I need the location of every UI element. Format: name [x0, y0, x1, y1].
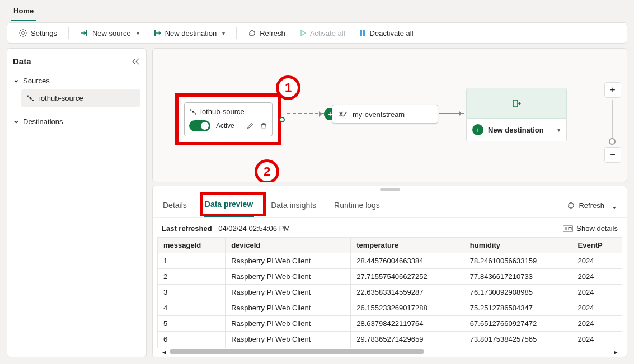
- svg-point-10: [195, 113, 196, 114]
- table-cell: 28.44576004663384: [351, 253, 464, 269]
- scroll-right-icon[interactable]: ▸: [610, 348, 621, 356]
- table-row[interactable]: 5Raspberry Pi Web Client28.6379842211976…: [158, 316, 622, 332]
- deactivate-all-button[interactable]: Deactivate all: [353, 26, 419, 41]
- table-row[interactable]: 1Raspberry Pi Web Client28.4457600466338…: [158, 253, 622, 269]
- tab-data-insights[interactable]: Data insights: [270, 195, 317, 216]
- zoom-control: + −: [604, 82, 621, 163]
- dest-out-icon: [153, 29, 162, 37]
- source-node-name: iothub-source: [200, 107, 245, 116]
- callout-1: 1: [276, 75, 300, 100]
- sidebar-sources-section[interactable]: Sources: [13, 76, 140, 85]
- column-header[interactable]: EventP: [572, 238, 622, 253]
- table-row[interactable]: 2Raspberry Pi Web Client27.7155754066272…: [158, 269, 622, 285]
- svg-rect-1: [86, 30, 87, 36]
- tab-runtime-logs[interactable]: Runtime logs: [333, 195, 381, 216]
- panel-refresh-button[interactable]: Refresh: [567, 201, 604, 210]
- zoom-in-button[interactable]: +: [604, 82, 621, 98]
- scroll-left-icon[interactable]: ◂: [158, 348, 170, 356]
- table-cell: 7: [158, 347, 226, 348]
- table-cell: 76.1730092908985: [464, 285, 572, 300]
- table-cell: Raspberry Pi Web Client: [226, 300, 351, 316]
- last-refreshed-value: 04/02/24 02:54:06 PM: [218, 224, 290, 233]
- table-row[interactable]: 7Raspberry Pi Web Client28.5259450773908…: [158, 347, 622, 348]
- panel-expand-icon[interactable]: ⌄: [611, 201, 618, 210]
- table-header-row: messageIddeviceIdtemperaturehumidityEven…: [158, 238, 622, 253]
- scrollbar-thumb[interactable]: [170, 349, 424, 354]
- deactivate-all-label: Deactivate all: [370, 29, 414, 37]
- table-cell: 26.155233269017288: [351, 300, 464, 316]
- active-toggle-label: Active: [216, 122, 241, 130]
- toolbar: Settings New source New destination Refr…: [7, 22, 627, 44]
- activate-all-label: Activate all: [310, 29, 345, 37]
- trash-icon[interactable]: [260, 122, 267, 130]
- tab-details[interactable]: Details: [162, 195, 188, 216]
- table-cell: 3: [158, 285, 226, 300]
- column-header[interactable]: temperature: [351, 238, 464, 253]
- svg-point-6: [27, 96, 29, 97]
- output-port[interactable]: [279, 117, 285, 122]
- column-header[interactable]: humidity: [464, 238, 572, 253]
- activate-all-button[interactable]: Activate all: [293, 26, 351, 41]
- settings-button[interactable]: Settings: [13, 25, 63, 41]
- table-cell: 27.715575406627252: [351, 269, 464, 285]
- zoom-thumb[interactable]: [609, 138, 616, 145]
- data-preview-table-wrap[interactable]: messageIddeviceIdtemperaturehumidityEven…: [157, 237, 622, 348]
- table-cell: 77.8436617210733: [464, 269, 572, 285]
- table-cell: Raspberry Pi Web Client: [226, 347, 351, 348]
- flow-canvas[interactable]: 1 2 iothub-source Active: [152, 48, 627, 182]
- tab-data-preview[interactable]: Data preview: [204, 194, 254, 217]
- node-destination[interactable]: + New destination ▾: [466, 88, 567, 141]
- table-cell: Raspberry Pi Web Client: [226, 316, 351, 332]
- collapse-icon[interactable]: [132, 58, 140, 65]
- show-details-label: Show details: [576, 224, 618, 233]
- table-cell: Raspberry Pi Web Client: [226, 285, 351, 300]
- table-cell: 1: [158, 253, 226, 269]
- new-destination-dropdown[interactable]: + New destination ▾: [466, 119, 567, 141]
- new-destination-label: New destination: [488, 126, 544, 134]
- stream-node-name: my-eventstream: [353, 110, 405, 119]
- table-cell: 2024: [572, 300, 622, 316]
- table-cell: 2024: [572, 347, 622, 348]
- tab-home[interactable]: Home: [11, 3, 36, 21]
- sidebar-item-label: iothub-source: [39, 94, 83, 102]
- refresh-icon: [248, 29, 256, 37]
- horizontal-scrollbar[interactable]: ◂ ▸: [153, 350, 627, 357]
- svg-point-7: [32, 100, 34, 101]
- table-row[interactable]: 4Raspberry Pi Web Client26.1552332690172…: [158, 300, 622, 316]
- stream-icon: [338, 110, 348, 119]
- source-in-icon: [80, 29, 89, 37]
- new-source-label: New source: [92, 29, 131, 37]
- active-toggle[interactable]: [189, 120, 210, 131]
- zoom-out-button[interactable]: −: [604, 147, 621, 163]
- table-cell: 2024: [572, 269, 622, 285]
- pencil-icon[interactable]: [246, 122, 254, 130]
- table-cell: 2024: [572, 285, 622, 300]
- table-row[interactable]: 3Raspberry Pi Web Client22.6358331455928…: [158, 285, 622, 300]
- sidebar-destinations-section[interactable]: Destinations: [13, 117, 140, 126]
- show-details-button[interactable]: Show details: [563, 224, 618, 233]
- dest-preview: [466, 88, 567, 119]
- node-source[interactable]: iothub-source Active: [175, 93, 281, 145]
- toolbar-separator: [236, 27, 237, 39]
- refresh-button[interactable]: Refresh: [242, 26, 291, 41]
- details-icon: [563, 225, 573, 232]
- ribbon-tabs[interactable]: Home: [3, 3, 631, 21]
- table-body: 1Raspberry Pi Web Client28.4457600466338…: [158, 253, 622, 348]
- data-preview-table: messageIddeviceIdtemperaturehumidityEven…: [157, 237, 622, 348]
- table-cell: 28.5259450773908: [351, 347, 464, 348]
- sidebar-item-iothub-source[interactable]: iothub-source: [21, 89, 140, 107]
- new-destination-button[interactable]: New destination: [147, 25, 231, 41]
- zoom-slider[interactable]: [612, 100, 613, 145]
- column-header[interactable]: messageId: [158, 238, 226, 253]
- table-cell: 75.2512786504347: [464, 300, 572, 316]
- table-cell: Raspberry Pi Web Client: [226, 269, 351, 285]
- node-eventstream[interactable]: my-eventstream: [332, 105, 438, 124]
- plus-icon: +: [472, 124, 483, 135]
- new-source-button[interactable]: New source: [74, 25, 145, 41]
- column-header[interactable]: deviceId: [226, 238, 351, 253]
- svg-rect-2: [154, 30, 156, 36]
- panel-meta: Last refreshed 04/02/24 02:54:06 PM Show…: [153, 218, 627, 237]
- table-cell: 22.63583314559287: [351, 285, 464, 300]
- table-cell: 78.24610056633159: [464, 253, 572, 269]
- table-row[interactable]: 6Raspberry Pi Web Client29.7836527142965…: [158, 332, 622, 347]
